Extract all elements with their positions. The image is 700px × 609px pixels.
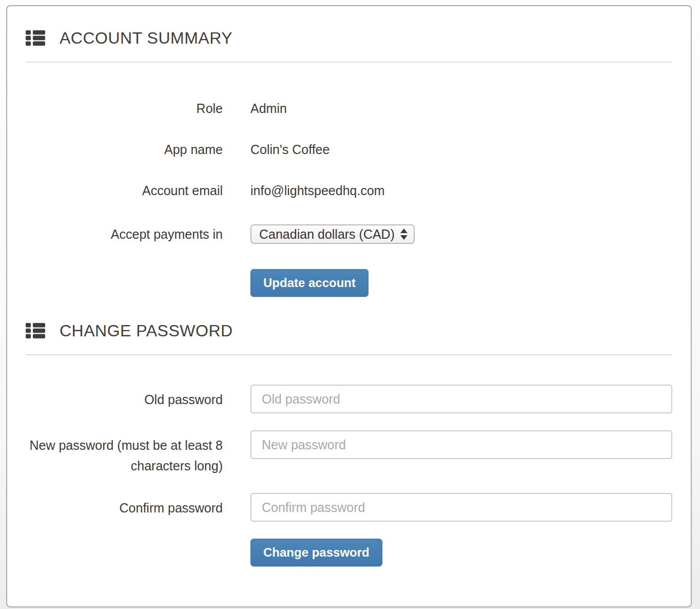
account-email-label: Account email xyxy=(26,183,223,198)
account-submit-row: Update account xyxy=(250,269,672,297)
app-name-label: App name xyxy=(26,142,223,157)
role-label: Role xyxy=(26,101,223,116)
change-password-form: Old password New password (must be at le… xyxy=(26,385,672,566)
old-password-input[interactable] xyxy=(250,385,672,413)
confirm-password-row: Confirm password xyxy=(26,493,672,522)
currency-selected-value: Canadian dollars (CAD) xyxy=(259,227,395,242)
old-password-row: Old password xyxy=(26,385,672,413)
account-summary-header: ACCOUNT SUMMARY xyxy=(26,28,672,48)
new-password-input[interactable] xyxy=(250,430,672,459)
role-row: Role Admin xyxy=(26,101,672,116)
currency-label: Accept payments in xyxy=(26,224,223,244)
role-value: Admin xyxy=(250,101,287,116)
confirm-password-input[interactable] xyxy=(250,493,672,522)
password-submit-row: Change password xyxy=(250,539,672,566)
list-icon xyxy=(26,30,45,46)
app-name-value: Colin's Coffee xyxy=(250,142,329,157)
change-password-section: CHANGE PASSWORD Old password New passwor… xyxy=(26,320,672,566)
account-email-row: Account email info@lightspeedhq.com xyxy=(26,183,672,198)
account-summary-section: ACCOUNT SUMMARY Role Admin App name Coli… xyxy=(26,28,672,297)
old-password-label: Old password xyxy=(26,385,223,410)
update-account-button[interactable]: Update account xyxy=(250,269,368,297)
account-summary-title: ACCOUNT SUMMARY xyxy=(60,29,232,48)
app-name-row: App name Colin's Coffee xyxy=(26,142,672,157)
select-arrows-icon xyxy=(400,229,407,240)
section-divider xyxy=(26,354,672,355)
new-password-label: New password (must be at least 8 charact… xyxy=(26,430,223,476)
account-summary-form: Role Admin App name Colin's Coffee Accou… xyxy=(26,101,672,297)
currency-row: Accept payments in Canadian dollars (CAD… xyxy=(26,224,672,244)
change-password-header: CHANGE PASSWORD xyxy=(26,320,672,341)
list-icon xyxy=(26,323,45,338)
currency-select[interactable]: Canadian dollars (CAD) xyxy=(250,224,415,244)
settings-card: ACCOUNT SUMMARY Role Admin App name Coli… xyxy=(6,5,692,607)
change-password-button[interactable]: Change password xyxy=(250,539,382,566)
section-divider xyxy=(26,62,672,63)
confirm-password-label: Confirm password xyxy=(26,493,223,518)
change-password-title: CHANGE PASSWORD xyxy=(60,321,233,340)
new-password-row: New password (must be at least 8 charact… xyxy=(26,430,672,476)
account-email-value: info@lightspeedhq.com xyxy=(250,183,385,198)
